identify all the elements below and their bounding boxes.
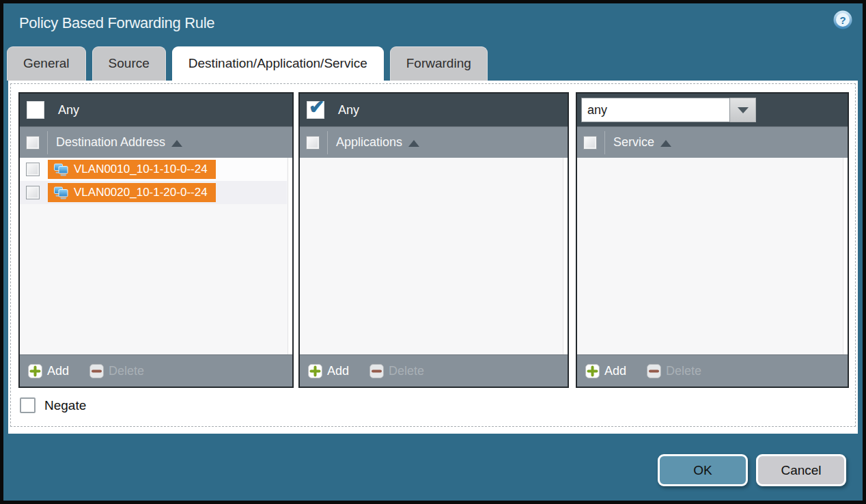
help-icon[interactable]: ? bbox=[833, 10, 853, 30]
negate-checkbox[interactable] bbox=[20, 397, 36, 413]
ok-button[interactable]: OK bbox=[658, 454, 748, 486]
destination-footer: Add Delete bbox=[20, 354, 292, 387]
address-object-chip[interactable]: VLAN0010_10-1-10-0--24 bbox=[48, 160, 216, 179]
service-dropdown-input[interactable] bbox=[581, 98, 730, 122]
destination-select-all-checkbox[interactable] bbox=[26, 136, 40, 150]
sort-ascending-icon[interactable] bbox=[171, 140, 182, 147]
add-label: Add bbox=[604, 364, 626, 378]
applications-column-header[interactable]: Applications bbox=[300, 126, 568, 158]
delete-icon bbox=[369, 364, 384, 378]
destination-address-panel: Any Destination Address bbox=[18, 92, 294, 388]
tab-bar: General Source Destination/Application/S… bbox=[7, 46, 488, 81]
add-icon bbox=[28, 364, 42, 378]
service-dropdown-row bbox=[577, 94, 848, 126]
scrollbar-gutter bbox=[563, 158, 568, 354]
add-label: Add bbox=[327, 364, 349, 378]
applications-footer: Add Delete bbox=[300, 354, 568, 387]
delete-icon bbox=[89, 364, 104, 378]
chevron-down-icon bbox=[738, 107, 749, 113]
row-checkbox[interactable] bbox=[26, 186, 40, 199]
destination-address-list: VLAN0010_10-1-10-0--24 bbox=[20, 158, 292, 354]
delete-label: Delete bbox=[666, 364, 701, 378]
service-list bbox=[577, 158, 848, 354]
cancel-button[interactable]: Cancel bbox=[756, 454, 846, 486]
destination-address-row[interactable]: VLAN0020_10-1-20-0--24 bbox=[20, 181, 287, 204]
add-icon bbox=[585, 364, 600, 378]
delete-label: Delete bbox=[109, 364, 144, 378]
destination-add-button[interactable]: Add bbox=[28, 364, 69, 378]
applications-select-all-checkbox[interactable] bbox=[306, 136, 320, 150]
service-column-header[interactable]: Service bbox=[577, 126, 848, 158]
destination-address-column-header[interactable]: Destination Address bbox=[20, 126, 292, 158]
row-checkbox[interactable] bbox=[26, 163, 40, 176]
applications-panel: Any Applications Add bbox=[298, 92, 569, 388]
header-separator bbox=[47, 131, 48, 154]
service-add-button[interactable]: Add bbox=[585, 364, 626, 378]
network-icon bbox=[53, 163, 69, 176]
destination-delete-button[interactable]: Delete bbox=[89, 364, 144, 378]
applications-any-row: Any bbox=[300, 94, 568, 126]
tab-destination-application-service[interactable]: Destination/Application/Service bbox=[172, 46, 384, 82]
service-header-label: Service bbox=[613, 135, 654, 150]
applications-add-button[interactable]: Add bbox=[308, 364, 349, 378]
address-object-label: VLAN0010_10-1-10-0--24 bbox=[74, 163, 208, 176]
applications-list bbox=[300, 158, 568, 354]
dialog-title: Policy Based Forwarding Rule bbox=[19, 14, 214, 32]
negate-label: Negate bbox=[44, 398, 86, 413]
tab-content: Any Destination Address bbox=[8, 81, 858, 434]
sort-ascending-icon[interactable] bbox=[660, 140, 671, 147]
applications-any-label: Any bbox=[338, 103, 359, 117]
destination-address-row[interactable]: VLAN0010_10-1-10-0--24 bbox=[20, 158, 287, 181]
applications-any-checkbox[interactable] bbox=[307, 101, 324, 119]
tab-source[interactable]: Source bbox=[92, 46, 166, 81]
destination-address-header-label: Destination Address bbox=[56, 135, 165, 150]
svg-text:?: ? bbox=[839, 14, 846, 26]
tab-general[interactable]: General bbox=[7, 46, 86, 81]
scrollbar-gutter bbox=[843, 158, 848, 354]
destination-any-label: Any bbox=[58, 103, 79, 117]
service-dropdown-button[interactable] bbox=[730, 98, 756, 122]
address-object-label: VLAN0020_10-1-20-0--24 bbox=[74, 186, 208, 199]
applications-delete-button[interactable]: Delete bbox=[369, 364, 424, 378]
policy-based-forwarding-dialog: Policy Based Forwarding Rule ? General S… bbox=[0, 0, 866, 504]
service-select-all-checkbox[interactable] bbox=[583, 136, 597, 150]
negate-option: Negate bbox=[20, 397, 86, 413]
header-separator bbox=[604, 131, 605, 154]
tab-forwarding[interactable]: Forwarding bbox=[390, 46, 488, 81]
sort-ascending-icon[interactable] bbox=[408, 140, 419, 147]
network-icon bbox=[53, 186, 69, 199]
header-separator bbox=[327, 131, 328, 154]
add-label: Add bbox=[47, 364, 69, 378]
service-footer: Add Delete bbox=[577, 354, 848, 387]
destination-any-checkbox[interactable] bbox=[27, 101, 44, 119]
dialog-titlebar: Policy Based Forwarding Rule ? bbox=[3, 3, 863, 46]
scrollbar-gutter bbox=[288, 158, 292, 354]
applications-header-label: Applications bbox=[336, 135, 402, 150]
add-icon bbox=[308, 364, 322, 378]
destination-any-row: Any bbox=[20, 94, 292, 126]
delete-icon bbox=[647, 364, 661, 378]
delete-label: Delete bbox=[389, 364, 424, 378]
service-panel: Service Add bbox=[576, 92, 849, 388]
address-object-chip[interactable]: VLAN0020_10-1-20-0--24 bbox=[48, 183, 216, 202]
service-delete-button[interactable]: Delete bbox=[647, 364, 701, 378]
